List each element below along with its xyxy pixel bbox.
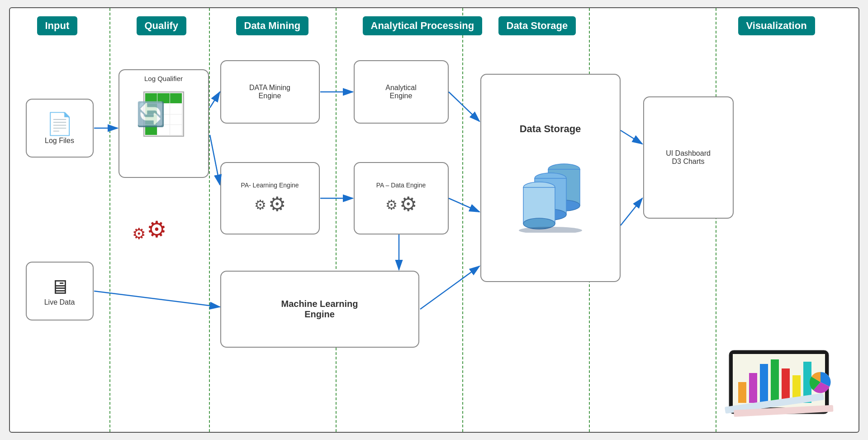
ui-dashboard-label: UI Dashboard D3 Charts xyxy=(666,149,711,166)
chart-visualization xyxy=(725,337,851,418)
vline-3 xyxy=(336,8,337,432)
gear-large2-icon: ⚙ xyxy=(399,192,417,215)
svg-line-25 xyxy=(210,135,220,185)
pa-learning-engine-box: PA- Learning Engine ⚙ ⚙ xyxy=(220,162,320,234)
analytical-engine-label: Analytical Engine xyxy=(385,84,416,100)
red-gear-large-icon: ⚙ xyxy=(147,216,167,243)
svg-line-24 xyxy=(210,92,220,108)
svg-rect-13 xyxy=(749,373,757,403)
data-storage-label: Data Storage xyxy=(520,123,581,135)
data-storage-box: Data Storage xyxy=(480,74,621,282)
svg-line-31 xyxy=(420,266,479,309)
data-mining-engine-label: DATA Mining Engine xyxy=(249,84,290,100)
svg-line-33 xyxy=(621,130,642,144)
svg-rect-12 xyxy=(738,382,746,403)
data-mining-engine-box: DATA Mining Engine xyxy=(220,60,320,124)
pa-data-engine-label: PA – Data Engine xyxy=(376,182,426,189)
bar-chart-icon xyxy=(725,337,851,427)
header-qualify: Qualify xyxy=(137,16,187,35)
live-data-label: Live Data xyxy=(44,298,75,306)
log-qualifier-label: Log Qualifier xyxy=(144,75,183,82)
log-files-box: 📄 Log Files xyxy=(26,99,94,158)
red-gears: ⚙ ⚙ xyxy=(132,216,167,243)
ui-dashboard-box: UI Dashboard D3 Charts xyxy=(643,96,734,219)
header-visualization: Visualization xyxy=(738,16,815,35)
svg-line-28 xyxy=(449,92,479,121)
vline-4 xyxy=(462,8,463,432)
header-analytical: Analytical Processing xyxy=(363,16,483,35)
header-datastorage: Data Storage xyxy=(498,16,576,35)
live-data-box: 🖥 Live Data xyxy=(26,262,94,320)
analytical-engine-box: Analytical Engine xyxy=(354,60,449,124)
vline-6 xyxy=(716,8,716,432)
database-icon xyxy=(505,142,596,233)
pa-learning-gears: ⚙ ⚙ xyxy=(254,192,286,215)
gear-large-icon: ⚙ xyxy=(268,192,286,215)
diagram-container: Input Qualify Data Mining Analytical Pro… xyxy=(9,7,859,433)
gear-small-icon: ⚙ xyxy=(254,197,266,213)
svg-rect-14 xyxy=(760,364,768,403)
pa-data-engine-box: PA – Data Engine ⚙ ⚙ xyxy=(354,162,449,234)
svg-line-29 xyxy=(449,198,479,212)
gear-small2-icon: ⚙ xyxy=(385,197,398,213)
log-files-label: Log Files xyxy=(45,137,74,145)
log-qualifier-box: Log Qualifier 🔄 xyxy=(119,69,209,178)
vline-1 xyxy=(109,8,110,432)
header-input: Input xyxy=(37,16,78,35)
svg-line-32 xyxy=(94,291,220,307)
machine-learning-engine-box: Machine Learning Engine xyxy=(220,271,419,348)
header-datamining: Data Mining xyxy=(236,16,309,35)
pa-data-gears: ⚙ ⚙ xyxy=(385,192,417,215)
vline-2 xyxy=(209,8,210,432)
machine-learning-label: Machine Learning Engine xyxy=(281,299,358,320)
svg-rect-15 xyxy=(771,359,779,403)
pa-learning-engine-label: PA- Learning Engine xyxy=(241,182,299,189)
svg-line-34 xyxy=(621,198,642,225)
svg-rect-16 xyxy=(782,368,790,403)
red-gear-small-icon: ⚙ xyxy=(132,225,146,243)
